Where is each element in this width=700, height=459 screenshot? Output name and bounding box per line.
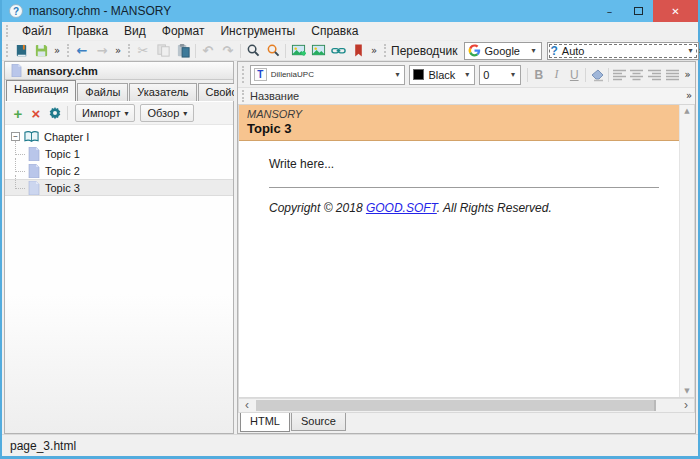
tab-source[interactable]: Source — [291, 413, 346, 431]
copyright-suffix: . All Rights Reserved. — [437, 201, 552, 215]
copy-button[interactable] — [153, 42, 173, 60]
minimize-button[interactable]: – — [595, 0, 624, 22]
tree-node-topic-1[interactable]: Topic 1 — [5, 145, 233, 162]
topics-tree: − Chapter I Topic 1 Topic 2 T — [5, 125, 233, 433]
edit-group-overflow-button[interactable]: » — [368, 42, 380, 60]
translator-language-value: Auto — [562, 45, 585, 57]
maximize-button[interactable] — [624, 0, 653, 22]
new-project-button[interactable] — [11, 42, 31, 60]
link-button[interactable] — [328, 42, 348, 60]
menu-view[interactable]: Вид — [116, 22, 154, 40]
document-body-text[interactable]: Write here... — [269, 157, 661, 171]
format-overflow-button[interactable]: » — [682, 66, 693, 84]
horizontal-scroll-thumb[interactable] — [256, 400, 656, 411]
app-question-glyph: ? — [13, 6, 19, 17]
align-center-button[interactable] — [629, 65, 647, 84]
bookmark-button[interactable] — [348, 42, 368, 60]
align-justify-button[interactable] — [664, 65, 682, 84]
font-color-select[interactable]: Black ▾ — [409, 65, 475, 85]
doc-title-label: Название — [250, 90, 299, 102]
format-toolbar: T DilleniaUPC ▾ Black ▾ 0 ▾ B I U — [238, 62, 695, 88]
menu-format[interactable]: Формат — [154, 22, 213, 40]
italic-button[interactable]: I — [548, 65, 566, 84]
forward-button[interactable]: → — [92, 42, 112, 60]
edit-toolbar-group: ✂ ↶ ↷ — [133, 41, 380, 60]
scroll-down-icon[interactable]: ▼ — [684, 387, 689, 395]
add-topic-button[interactable]: + — [9, 105, 27, 122]
scroll-right-icon[interactable]: › — [678, 399, 694, 412]
search-replace-button[interactable] — [263, 42, 283, 60]
insert-image-button[interactable] — [288, 42, 308, 60]
undo-button[interactable]: ↶ — [198, 42, 218, 60]
image-button[interactable] — [308, 42, 328, 60]
nav-toolbar-separator — [67, 106, 68, 120]
search-icon — [246, 43, 261, 58]
browse-dropdown-icon: ▾ — [183, 109, 187, 118]
topic-page-icon — [28, 181, 40, 195]
book-icon — [14, 43, 29, 58]
translator-toolbar-group: Переводчик Google ▾ ? Auto ▾ — [389, 41, 699, 60]
underline-button[interactable]: U — [565, 65, 583, 84]
import-button[interactable]: Импорт ▾ — [75, 104, 135, 122]
maximize-icon — [634, 7, 643, 15]
bold-button[interactable]: B — [530, 65, 548, 84]
main-toolbar: » ← → » ✂ ↶ ↷ — [2, 41, 698, 61]
menu-file[interactable]: Файл — [14, 22, 60, 40]
language-dropdown-icon: ▾ — [686, 46, 696, 55]
toolbar-grip-2 — [67, 44, 69, 57]
document-body[interactable]: Write here... Copyright © 2018 GOOD.SOFT… — [239, 141, 679, 215]
tab-html[interactable]: HTML — [240, 413, 290, 432]
menu-tools[interactable]: Инструменты — [212, 22, 303, 40]
align-center-icon — [630, 69, 644, 81]
document-divider — [269, 187, 659, 188]
browse-button[interactable]: Обзор ▾ — [140, 104, 194, 122]
back-button[interactable]: ← — [72, 42, 92, 60]
tree-node-topic-3[interactable]: Topic 3 — [5, 179, 233, 196]
chapter-book-icon — [24, 131, 39, 143]
save-icon — [34, 43, 49, 58]
close-button[interactable]: ✕ — [653, 0, 698, 22]
save-button[interactable] — [31, 42, 51, 60]
vertical-scrollbar[interactable]: ▲ ▼ — [679, 105, 694, 397]
tree-node-chapter[interactable]: − Chapter I — [5, 128, 233, 145]
tree-node-topic-2[interactable]: Topic 2 — [5, 162, 233, 179]
format-grip — [242, 66, 247, 84]
paste-button[interactable] — [173, 42, 193, 60]
tab-files[interactable]: Файлы — [77, 83, 128, 101]
tab-navigation[interactable]: Навигация — [6, 80, 76, 101]
font-family-select[interactable]: T DilleniaUPC ▾ — [250, 65, 406, 85]
image-add-icon — [291, 43, 306, 58]
tree-elbow — [15, 175, 25, 189]
font-size-select[interactable]: 0 ▾ — [479, 65, 521, 85]
doc-title-row: Название » — [238, 88, 695, 105]
horizontal-scrollbar[interactable]: ‹ › — [238, 398, 695, 413]
align-left-button[interactable] — [611, 65, 629, 84]
tree-elbow — [15, 158, 25, 172]
title-row-overflow-button[interactable]: » — [683, 87, 695, 105]
file-group-overflow-button[interactable]: » — [51, 42, 63, 60]
project-file-tab[interactable]: mansory.chm — [5, 62, 233, 80]
search-button[interactable] — [243, 42, 263, 60]
font-color-value: Black — [428, 69, 455, 81]
link-icon — [331, 43, 346, 58]
redo-button[interactable]: ↷ — [218, 42, 238, 60]
tab-index[interactable]: Указатель — [129, 83, 196, 101]
scroll-left-icon[interactable]: ‹ — [239, 399, 255, 412]
translator-language-select[interactable]: ? Auto ▾ — [547, 42, 699, 60]
align-left-icon — [613, 69, 627, 81]
document-content[interactable]: MANSORY Topic 3 Write here... Copyright … — [239, 105, 679, 397]
nav-group-overflow-button[interactable]: » — [112, 42, 124, 60]
settings-button[interactable] — [45, 104, 65, 122]
cut-button[interactable]: ✂ — [133, 42, 153, 60]
translator-engine-select[interactable]: Google ▾ — [464, 42, 542, 60]
clear-format-button[interactable] — [588, 65, 606, 84]
copyright-link[interactable]: GOOD.SOFT — [366, 201, 437, 215]
delete-topic-button[interactable]: × — [27, 105, 45, 122]
toolbar-grip-3 — [128, 44, 130, 57]
tree-elbow — [15, 141, 25, 155]
scroll-up-icon[interactable]: ▲ — [684, 107, 689, 115]
menu-help[interactable]: Справка — [303, 22, 366, 40]
copy-icon — [156, 43, 171, 58]
align-right-button[interactable] — [646, 65, 664, 84]
menu-edit[interactable]: Правка — [60, 22, 117, 40]
